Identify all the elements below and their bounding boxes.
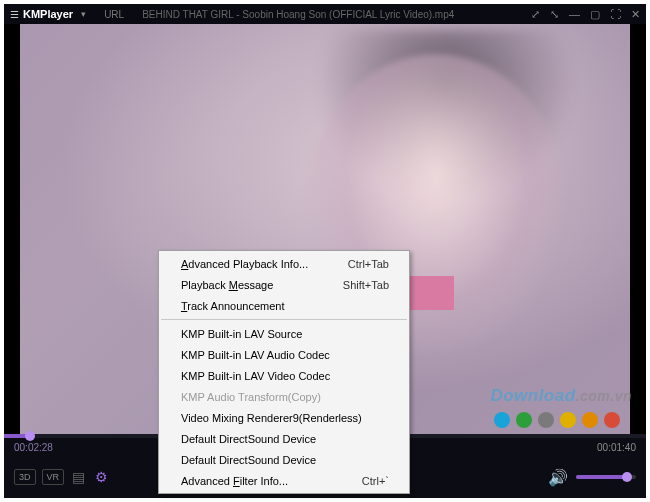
dot-yellow[interactable] — [560, 412, 576, 428]
menu-lav-source[interactable]: KMP Built-in LAV Source — [159, 323, 409, 344]
menu-playback-message[interactable]: Playback Message Shift+Tab — [159, 274, 409, 295]
titlebar: ☰ KMPlayer ▾ URL BEHIND THAT GIRL - Soob… — [4, 4, 646, 24]
menu-icon[interactable]: ☰ — [10, 9, 19, 20]
menu-advanced-playback-info[interactable]: Advanced Playback Info... Ctrl+Tab — [159, 253, 409, 274]
volume-thumb[interactable] — [622, 472, 632, 482]
menu-advanced-filter-info[interactable]: Advanced Filter Info... Ctrl+` — [159, 470, 409, 491]
menu-directsound-2[interactable]: Default DirectSound Device — [159, 449, 409, 470]
minimize-icon[interactable]: — — [569, 8, 580, 21]
dot-gray[interactable] — [538, 412, 554, 428]
menu-vmr9[interactable]: Video Mixing Renderer9(Renderless) — [159, 407, 409, 428]
url-button[interactable]: URL — [104, 9, 124, 20]
volume-slider[interactable] — [576, 475, 636, 479]
menu-audio-transform: KMP Audio Transform(Copy) — [159, 386, 409, 407]
menu-track-announcement[interactable]: Track Announcement — [159, 295, 409, 316]
color-dots — [494, 412, 620, 428]
close-icon[interactable]: ✕ — [631, 8, 640, 21]
volume-icon[interactable]: 🔊 — [548, 468, 568, 487]
seek-thumb[interactable] — [25, 431, 35, 441]
window-buttons: ⤢ ⤡ — ▢ ⛶ ✕ — [531, 8, 640, 21]
menu-lav-video[interactable]: KMP Built-in LAV Video Codec — [159, 365, 409, 386]
menu-label: Playback Message — [181, 279, 343, 291]
app-logo: KMPlayer — [23, 8, 73, 20]
menu-shortcut: Shift+Tab — [343, 279, 389, 291]
menu-label: Advanced Playback Info... — [181, 258, 348, 270]
time-elapsed: 00:02:28 — [14, 442, 53, 453]
watermark: Download.com.vn — [490, 386, 632, 406]
dot-green[interactable] — [516, 412, 532, 428]
gear-icon[interactable]: ⚙ — [95, 469, 108, 485]
context-menu: Advanced Playback Info... Ctrl+Tab Playb… — [158, 250, 410, 494]
menu-label: Track Announcement — [181, 300, 389, 312]
popout-icon[interactable]: ⤢ — [531, 8, 540, 21]
menu-separator — [161, 319, 407, 320]
compact-icon[interactable]: ⤡ — [550, 8, 559, 21]
time-total: 00:01:40 — [597, 442, 636, 453]
maximize-icon[interactable]: ▢ — [590, 8, 600, 21]
chevron-down-icon[interactable]: ▾ — [81, 9, 86, 19]
menu-shortcut: Ctrl+Tab — [348, 258, 389, 270]
dot-orange[interactable] — [582, 412, 598, 428]
dot-blue[interactable] — [494, 412, 510, 428]
menu-label: Advanced Filter Info... — [181, 475, 362, 487]
menu-lav-audio[interactable]: KMP Built-in LAV Audio Codec — [159, 344, 409, 365]
playlist-icon[interactable]: ▤ — [72, 469, 85, 485]
badge-vr[interactable]: VR — [42, 469, 65, 485]
menu-shortcut: Ctrl+` — [362, 475, 389, 487]
badge-3d[interactable]: 3D — [14, 469, 36, 485]
menu-directsound-1[interactable]: Default DirectSound Device — [159, 428, 409, 449]
volume-fill — [576, 475, 627, 479]
fullscreen-icon[interactable]: ⛶ — [610, 8, 621, 21]
dot-red[interactable] — [604, 412, 620, 428]
file-title: BEHIND THAT GIRL - Soobin Hoang Son (OFF… — [142, 9, 454, 20]
